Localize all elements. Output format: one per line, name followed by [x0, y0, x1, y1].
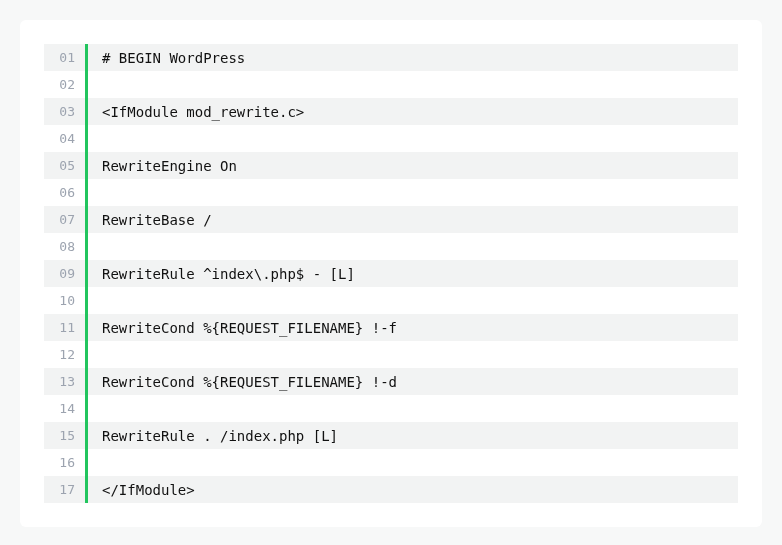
code-line: 15 RewriteRule . /index.php [L]	[44, 422, 738, 449]
line-text: </IfModule>	[88, 476, 738, 503]
line-number: 02	[44, 71, 88, 98]
line-text	[88, 395, 738, 422]
line-text: RewriteCond %{REQUEST_FILENAME} !-f	[88, 314, 738, 341]
line-text: RewriteEngine On	[88, 152, 738, 179]
code-line: 06	[44, 179, 738, 206]
line-text	[88, 233, 738, 260]
code-line: 11 RewriteCond %{REQUEST_FILENAME} !-f	[44, 314, 738, 341]
code-line: 08	[44, 233, 738, 260]
line-text	[88, 341, 738, 368]
code-line: 12	[44, 341, 738, 368]
code-line: 17 </IfModule>	[44, 476, 738, 503]
code-line: 02	[44, 71, 738, 98]
line-number: 01	[44, 44, 88, 71]
line-text: <IfModule mod_rewrite.c>	[88, 98, 738, 125]
line-text: RewriteCond %{REQUEST_FILENAME} !-d	[88, 368, 738, 395]
line-number: 12	[44, 341, 88, 368]
line-number: 09	[44, 260, 88, 287]
line-number: 13	[44, 368, 88, 395]
line-text	[88, 71, 738, 98]
code-line: 05 RewriteEngine On	[44, 152, 738, 179]
code-line: 01 # BEGIN WordPress	[44, 44, 738, 71]
code-line: 13 RewriteCond %{REQUEST_FILENAME} !-d	[44, 368, 738, 395]
line-number: 17	[44, 476, 88, 503]
line-text	[88, 449, 738, 476]
line-text: RewriteRule . /index.php [L]	[88, 422, 738, 449]
line-number: 11	[44, 314, 88, 341]
line-number: 16	[44, 449, 88, 476]
line-text: RewriteRule ^index\.php$ - [L]	[88, 260, 738, 287]
code-line: 14	[44, 395, 738, 422]
line-text: # BEGIN WordPress	[88, 44, 738, 71]
line-number: 14	[44, 395, 88, 422]
code-block: 01 # BEGIN WordPress 02 03 <IfModule mod…	[44, 44, 738, 503]
line-text: RewriteBase /	[88, 206, 738, 233]
code-line: 04	[44, 125, 738, 152]
line-number: 04	[44, 125, 88, 152]
line-number: 05	[44, 152, 88, 179]
code-line: 07 RewriteBase /	[44, 206, 738, 233]
line-number: 07	[44, 206, 88, 233]
line-text	[88, 125, 738, 152]
line-text	[88, 287, 738, 314]
line-number: 15	[44, 422, 88, 449]
line-number: 03	[44, 98, 88, 125]
code-card: 01 # BEGIN WordPress 02 03 <IfModule mod…	[20, 20, 762, 527]
line-number: 06	[44, 179, 88, 206]
line-number: 10	[44, 287, 88, 314]
code-line: 09 RewriteRule ^index\.php$ - [L]	[44, 260, 738, 287]
line-text	[88, 179, 738, 206]
line-number: 08	[44, 233, 88, 260]
code-line: 10	[44, 287, 738, 314]
code-line: 16	[44, 449, 738, 476]
code-line: 03 <IfModule mod_rewrite.c>	[44, 98, 738, 125]
